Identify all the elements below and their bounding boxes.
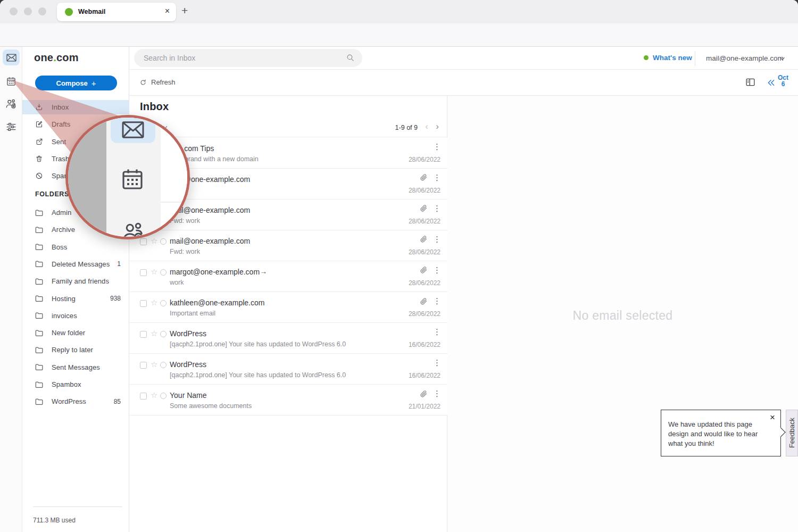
- list-title: Inbox: [140, 101, 169, 113]
- kebab-menu-icon[interactable]: ⋮: [433, 390, 441, 397]
- star-icon[interactable]: ☆: [151, 298, 157, 307]
- folder-label: Admin: [52, 209, 71, 217]
- sidebar-item-label: Drafts: [52, 120, 70, 128]
- feedback-tab[interactable]: Feedback: [786, 410, 798, 456]
- folder-label: invoices: [52, 312, 77, 320]
- window-close-button[interactable]: [10, 7, 18, 15]
- tab-favicon: [65, 8, 73, 16]
- reading-pane-icon[interactable]: [745, 78, 755, 87]
- email-row[interactable]: ☆WordPress[qacph2.1prod.one] Your site h…: [129, 323, 447, 354]
- kebab-menu-icon[interactable]: ⋮: [433, 297, 441, 305]
- email-row[interactable]: ☆margot@one-example.com→work⋮28/06/2022: [129, 261, 447, 292]
- magnified-contacts-icon: [121, 221, 146, 239]
- star-icon[interactable]: ☆: [151, 390, 157, 400]
- email-row[interactable]: ☆kathleen@one-example.comImportant email…: [129, 292, 447, 323]
- search-icon[interactable]: [346, 53, 355, 62]
- next-page-icon[interactable]: ›: [436, 121, 439, 132]
- star-icon[interactable]: ☆: [151, 267, 157, 277]
- search-input[interactable]: [144, 49, 340, 67]
- whats-new-link[interactable]: What's new: [644, 54, 692, 62]
- window-zoom-button[interactable]: [38, 7, 46, 15]
- sidebar-folder[interactable]: Reply to later: [22, 343, 129, 357]
- read-indicator-icon[interactable]: [160, 300, 167, 306]
- kebab-menu-icon[interactable]: ⋮: [433, 267, 441, 274]
- spam-icon: [35, 172, 43, 180]
- pagination-label: 1-9 of 9: [395, 124, 418, 131]
- header-divider: [695, 51, 695, 66]
- list-toolbar: Refresh Oct 6: [129, 70, 798, 96]
- prev-page-icon[interactable]: ‹: [425, 121, 428, 132]
- folder-label: Spambox: [52, 380, 81, 388]
- folder-count: 1: [117, 260, 121, 268]
- rail-calendar-icon[interactable]: [3, 73, 20, 89]
- email-checkbox[interactable]: [140, 331, 147, 338]
- browser-tab[interactable]: Webmail ×: [57, 3, 176, 21]
- close-icon[interactable]: ×: [770, 412, 775, 423]
- rail-settings-icon[interactable]: [3, 119, 20, 135]
- refresh-button[interactable]: Refresh: [139, 78, 176, 86]
- refresh-label: Refresh: [151, 78, 176, 86]
- kebab-menu-icon[interactable]: ⋮: [433, 328, 441, 336]
- sidebar-item-label: Trash: [52, 155, 69, 163]
- search-bar[interactable]: [134, 49, 362, 67]
- folder-label: New folder: [52, 329, 85, 337]
- sidebar-folder[interactable]: Boss: [22, 240, 129, 254]
- folder-icon: [35, 381, 43, 388]
- folder-label: Sent Messages: [52, 363, 100, 371]
- read-indicator-icon[interactable]: [160, 393, 167, 399]
- sidebar-folder[interactable]: Family and friends: [22, 274, 129, 288]
- sidebar-folder[interactable]: WordPress 85: [22, 394, 129, 409]
- rail-mail-icon[interactable]: [3, 49, 20, 65]
- folder-count: 938: [110, 295, 121, 302]
- read-indicator-icon[interactable]: [160, 269, 167, 276]
- email-sender: kathleen@one-example.com: [170, 298, 264, 307]
- kebab-menu-icon[interactable]: ⋮: [433, 143, 441, 151]
- read-indicator-icon[interactable]: [160, 362, 167, 368]
- compose-button[interactable]: Compose +: [35, 76, 117, 90]
- chevron-down-icon[interactable]: [779, 55, 786, 62]
- email-sender: mail@one-example.com: [170, 237, 250, 245]
- star-icon[interactable]: ☆: [151, 360, 157, 369]
- sidebar-item-inbox[interactable]: Inbox: [22, 100, 129, 114]
- read-indicator-icon[interactable]: [160, 238, 167, 245]
- tab-close-icon[interactable]: ×: [165, 6, 170, 16]
- email-subject: Some awesome documents: [170, 402, 252, 410]
- star-icon[interactable]: ☆: [151, 236, 157, 246]
- sidebar-item-label: Inbox: [52, 103, 69, 111]
- kebab-menu-icon[interactable]: ⋮: [433, 359, 441, 367]
- sidebar-folder[interactable]: New folder: [22, 326, 129, 340]
- sidebar-folder[interactable]: Spambox: [22, 377, 129, 392]
- sidebar-item-label: Sent: [52, 138, 66, 146]
- sidebar-folder[interactable]: Deleted Messages 1: [22, 257, 129, 271]
- email-date: 28/06/2022: [409, 279, 440, 287]
- attachment-paperclip-icon: [420, 174, 427, 181]
- email-subject: [qacph2.1prod.one] Your site has updated…: [170, 340, 346, 348]
- star-icon[interactable]: ☆: [151, 329, 157, 338]
- kebab-menu-icon[interactable]: ⋮: [433, 236, 441, 243]
- email-checkbox[interactable]: [140, 393, 147, 400]
- email-row[interactable]: ☆WordPress[qacph2.1prod.one] Your site h…: [129, 354, 447, 385]
- folder-label: Family and friends: [52, 277, 109, 285]
- rail-contacts-icon[interactable]: [3, 96, 20, 112]
- folder-icon: [35, 329, 43, 337]
- email-row[interactable]: ☆mail@one-example.comFwd: work⋮28/06/202…: [129, 230, 447, 261]
- date-widget[interactable]: Oct 6: [776, 74, 791, 87]
- collapse-double-chevron-icon[interactable]: [767, 78, 776, 87]
- folder-icon: [35, 226, 43, 234]
- email-checkbox[interactable]: [140, 300, 147, 307]
- sidebar-folder[interactable]: Sent Messages: [22, 360, 129, 375]
- email-checkbox[interactable]: [140, 362, 147, 369]
- storage-usage: 711.3 MB used: [33, 517, 76, 524]
- one-com-logo[interactable]: one.com: [34, 52, 79, 64]
- new-tab-button[interactable]: +: [181, 4, 188, 17]
- account-menu[interactable]: mail@one-example.com: [706, 54, 784, 62]
- window-minimize-button[interactable]: [24, 7, 32, 15]
- sidebar-folder[interactable]: invoices: [22, 309, 129, 323]
- kebab-menu-icon[interactable]: ⋮: [433, 205, 441, 212]
- sidebar-folder[interactable]: Hosting 938: [22, 292, 129, 306]
- email-checkbox[interactable]: [140, 238, 147, 245]
- kebab-menu-icon[interactable]: ⋮: [433, 174, 441, 181]
- email-row[interactable]: ☆Your NameSome awesome documents⋮21/01/2…: [129, 385, 447, 415]
- email-checkbox[interactable]: [140, 269, 147, 276]
- read-indicator-icon[interactable]: [160, 331, 167, 337]
